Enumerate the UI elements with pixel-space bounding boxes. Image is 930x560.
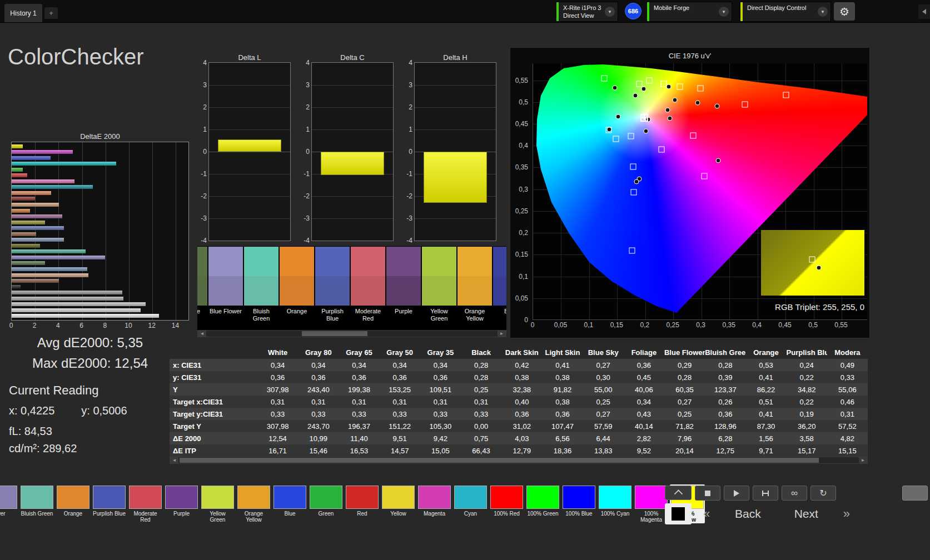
back-button[interactable]: Back [718,507,778,521]
patch-button-red[interactable]: Red [345,484,380,523]
table-cell: 0,36 [257,373,298,382]
deltae-bar [12,232,36,236]
table-column-header: Bluish Green [705,348,745,357]
patch-button-cyan[interactable]: Cyan [453,484,488,523]
prev-chevrons-button[interactable]: « [695,507,718,521]
swatch-target-color [244,276,278,306]
patch-button-green[interactable]: Green [309,484,344,523]
table-cell: 0,33 [827,373,868,382]
swatch-blue[interactable]: Blue [493,247,506,330]
patch-button-yellow-green[interactable]: Yellow Green [200,484,235,523]
table-cell: 307,98 [257,386,298,394]
deltae-bar [12,273,88,277]
scroll-left-arrow-icon[interactable]: ◄ [170,457,178,463]
table-cell: 0,34 [380,361,420,369]
table-cell: 12,54 [257,434,298,443]
table-cell: 55,00 [583,386,624,394]
table-cell: 0,31 [257,398,298,406]
table-column-header: Blue Sky [583,348,624,357]
infinity-button[interactable]: ∞ [782,486,807,501]
patch-list-up-button[interactable] [665,486,692,500]
table-cell: 3,58 [787,434,827,443]
swatch-bluish-green[interactable]: Bluish Green [244,247,278,330]
meter-dropdown-display-control[interactable]: Direct Display Control ▼ [740,2,831,22]
gridline [415,85,496,86]
patch-button-bluish-green[interactable]: Bluish Green [19,484,54,523]
table-cell: 0,38 [542,373,583,382]
deltae-bar [12,185,93,189]
patch-button-moderate-red[interactable]: Moderate Red [128,484,163,523]
patch-button-orange-yellow[interactable]: Orange Yellow [236,484,271,523]
table-cell: 4,82 [827,434,868,443]
next-chevrons-button[interactable]: » [835,507,858,521]
patch-window-preview[interactable] [665,503,692,524]
y-tick-label: -1 [304,170,310,178]
swatch-purple[interactable]: Purple [386,247,421,330]
table-cell: 0,38 [542,398,583,406]
table-cell: 0,25 [664,410,705,418]
patch-button-magenta[interactable]: Magenta [417,484,452,523]
patch-button-purple[interactable]: Purple [164,484,199,523]
patch-button-blue[interactable]: Blue [272,484,307,523]
gridline [209,85,290,86]
scrollbar-thumb[interactable] [180,458,819,463]
scroll-right-arrow-icon[interactable]: ► [498,331,506,337]
y-tick-label: -1 [201,170,207,178]
table-cell: 14,57 [380,447,420,455]
table-cell: 0,38 [501,373,542,382]
play-button[interactable] [724,486,749,501]
swatch-orange-yellow[interactable]: Orange Yellow [457,247,492,330]
swatch-moderate-red[interactable]: Moderate Red [351,247,385,330]
cie-y-axis-labels: 00,050,10,150,20,250,30,350,40,450,50,55 [510,63,531,320]
patch-button-100-cyan[interactable]: 100% Cyan [598,484,633,523]
patch-preview-swatch [672,507,685,521]
table-column-header: White [257,348,298,357]
swatch-foliage[interactable]: Foliage [197,247,207,330]
panel-toggle-button[interactable] [902,486,928,501]
gridline [209,152,290,152]
cie-target-marker [601,76,608,82]
loop-button[interactable]: ↻ [810,486,836,501]
gear-icon[interactable]: ⚙ [834,2,855,21]
meter-dropdown-xrite[interactable]: X-Rite i1Pro 3 Direct View ▼ [556,2,618,22]
next-button[interactable]: Next [778,507,835,521]
patch-button-yellow[interactable]: Yellow [381,484,416,523]
pattern-button[interactable] [753,486,778,501]
add-tab-button[interactable]: + [44,7,58,19]
chevron-down-icon[interactable]: ▼ [719,7,729,17]
swatch-orange[interactable]: Orange [280,247,314,330]
swatch-strip-scrollbar[interactable]: ◄ ► [197,330,506,337]
cie-x-tick-label: 0,15 [610,321,623,329]
table-cell: 18,36 [542,447,583,455]
patch-button-wer[interactable]: wer [0,484,18,523]
deltae-bar-row [12,285,188,289]
table-scrollbar[interactable]: ◄ ► [170,457,868,464]
swatch-measured-color [386,247,421,276]
patch-button-100-green[interactable]: 100% Green [525,484,560,523]
collapse-panel-button[interactable] [918,4,930,19]
swatch-blue-flower[interactable]: Blue Flower [208,247,243,330]
y-tick-label: 4 [306,59,310,67]
deltae-x-tick-label: 4 [56,322,60,329]
swatch-purplish-blue[interactable]: Purplish Blue [315,247,350,330]
meter-status-accent [556,2,559,21]
scroll-right-arrow-icon[interactable]: ► [859,457,867,463]
patch-button-100-blue[interactable]: 100% Blue [561,484,596,523]
meter-status-accent [740,2,743,21]
patch-button-orange[interactable]: Orange [56,484,91,523]
patch-button-purplish-blue[interactable]: Purplish Blue [92,484,127,523]
patch-button-100-red[interactable]: 100% Red [489,484,524,523]
cie-target-marker [631,189,637,196]
measurement-count-badge[interactable]: 686 [625,3,641,19]
meter-dropdown-mobile-forge[interactable]: Mobile Forge ▼ [646,2,732,22]
stop-button[interactable] [695,486,720,501]
table-column-header: Black [461,348,501,357]
chevron-down-icon[interactable]: ▼ [818,7,828,17]
cie-x-tick-label: 0,35 [722,321,735,329]
scrollbar-thumb[interactable] [302,331,367,336]
table-cell: 0,31 [298,398,339,406]
chevron-down-icon[interactable]: ▼ [605,7,615,17]
swatch-yellow-green[interactable]: Yellow Green [422,247,456,330]
tab-history-1[interactable]: History 1 [4,4,42,22]
scroll-left-arrow-icon[interactable]: ◄ [198,331,206,337]
